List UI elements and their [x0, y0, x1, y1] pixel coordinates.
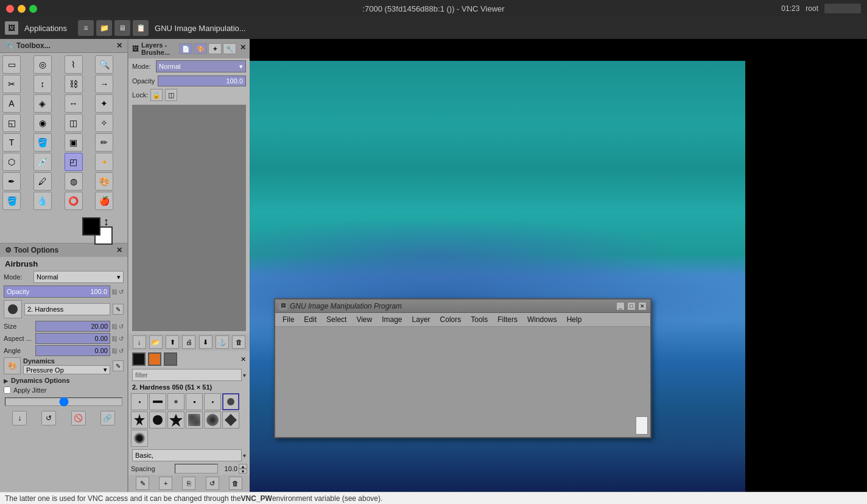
tool-free-select[interactable]: ⌇: [65, 55, 83, 74]
aspect-reset-icon[interactable]: ↺: [119, 335, 124, 342]
orange-swatch[interactable]: [148, 352, 161, 366]
menu-icon-2[interactable]: 📁: [96, 20, 112, 36]
bottom-slider[interactable]: [5, 397, 122, 406]
gimp-menu-edit[interactable]: Edit: [300, 314, 320, 325]
tool-paths[interactable]: ⛓: [65, 75, 83, 93]
opacity-reset-icon[interactable]: ↺: [119, 289, 124, 295]
gimp-menu-filters[interactable]: Filters: [494, 314, 521, 325]
tool-airbrush[interactable]: ◰: [65, 153, 83, 171]
tool-shear[interactable]: ✧: [95, 114, 113, 132]
gray-swatch[interactable]: [164, 352, 177, 366]
gimp-menu-help[interactable]: Help: [563, 314, 586, 325]
tool-foreground-select[interactable]: ↕: [33, 75, 52, 93]
tool-bucket-fill[interactable]: 🪣: [33, 133, 52, 152]
dynamics-edit-button[interactable]: ✎: [113, 360, 124, 371]
tool-dodge-burn[interactable]: 🎨: [95, 172, 113, 191]
size-reset-icon[interactable]: ↺: [119, 323, 124, 330]
tool-heal[interactable]: 🖊: [33, 172, 52, 191]
tool-perspective-clone[interactable]: ◍: [65, 172, 83, 191]
menu-icon-3[interactable]: 🖥: [114, 20, 130, 36]
layers-panel-close-icon[interactable]: ✕: [240, 43, 246, 54]
tool-scale[interactable]: ◫: [65, 114, 83, 132]
tool-fuzzy-select[interactable]: 🔍: [95, 55, 113, 74]
dynamics-dropdown[interactable]: Pressure Op ▾: [23, 365, 110, 374]
lock-position-icon[interactable]: ◫: [165, 89, 177, 101]
tool-scissors[interactable]: ✂: [2, 75, 21, 93]
angle-reset-icon[interactable]: ↺: [119, 348, 124, 354]
gimp-menu-layer[interactable]: Layer: [409, 314, 434, 325]
brush-category-dropdown[interactable]: Basic,: [132, 449, 242, 461]
brush-cell-texture2[interactable]: [204, 411, 221, 429]
brush-filter-arrow-icon[interactable]: ▾: [243, 372, 246, 379]
brush-cell-medium1[interactable]: [222, 393, 239, 410]
preset-refresh-button[interactable]: 🔗: [100, 411, 115, 425]
tool-rotate[interactable]: ◉: [33, 114, 52, 132]
layers-mode-dropdown[interactable]: Normal ▾: [156, 60, 246, 72]
gimp-subwindow-maximize-btn[interactable]: □: [627, 302, 636, 310]
brush-name-display[interactable]: 2. Hardness: [24, 303, 110, 315]
tool-zoom[interactable]: A: [2, 94, 21, 113]
brush-cell-texture1[interactable]: [186, 411, 203, 429]
spacing-stepper[interactable]: ▲ ▼: [239, 464, 247, 474]
window-controls[interactable]: [6, 5, 37, 13]
preset-delete-button[interactable]: 🚫: [71, 411, 86, 425]
gimp-menu-image[interactable]: Image: [378, 314, 405, 325]
print-layer-button[interactable]: 🖨: [182, 335, 195, 349]
size-slider[interactable]: 20.00: [35, 321, 110, 332]
brush-cell-hard1[interactable]: [204, 393, 221, 410]
brush-cell-texture4[interactable]: [131, 430, 148, 447]
brush-edit-btn[interactable]: ✎: [136, 477, 149, 490]
tool-ink[interactable]: 🔸: [95, 153, 113, 171]
brush-cell-splat1[interactable]: [149, 411, 166, 429]
black-swatch[interactable]: [132, 352, 146, 366]
aspect-slider[interactable]: 0.00: [35, 333, 110, 344]
delete-layer-button[interactable]: 🗑: [232, 335, 245, 349]
brush-refresh-btn[interactable]: ↺: [206, 477, 219, 490]
gimp-menu-windows[interactable]: Windows: [524, 314, 561, 325]
maximize-button[interactable]: [29, 5, 37, 13]
menu-icon-1[interactable]: ≡: [78, 20, 94, 36]
tool-options-btn[interactable]: ⭕: [65, 192, 83, 210]
preset-save-button[interactable]: ↓: [12, 411, 27, 425]
layers-opacity-slider[interactable]: 100.0: [158, 75, 246, 86]
brush-cell-large1[interactable]: [131, 411, 148, 429]
swatches-close-icon[interactable]: ✕: [240, 355, 246, 363]
opacity-slider[interactable]: Opacity 100.0: [4, 285, 110, 298]
brush-cell-rect1[interactable]: [149, 393, 166, 410]
new-layer-button[interactable]: ↓: [133, 335, 146, 349]
gimp-subwindow-close-btn[interactable]: ✕: [638, 302, 647, 310]
lock-pixels-icon[interactable]: 🔒: [150, 89, 163, 101]
tool-paintbrush[interactable]: ⬡: [2, 153, 21, 171]
gimp-menu-colors[interactable]: Colors: [437, 314, 465, 325]
fg-color-swatch[interactable]: [82, 217, 100, 236]
tool-extra[interactable]: 🍎: [95, 192, 113, 210]
spacing-down-button[interactable]: ▼: [239, 469, 247, 474]
brush-edit-button[interactable]: ✎: [113, 304, 124, 315]
tool-clone[interactable]: ✒: [2, 172, 21, 191]
tab-tools[interactable]: 🔧: [223, 43, 236, 54]
tab-brushes[interactable]: ✦: [208, 43, 222, 54]
angle-slider[interactable]: 0.00: [35, 345, 110, 356]
brush-new-btn[interactable]: +: [159, 477, 172, 490]
tool-pencil[interactable]: ✏: [95, 133, 113, 152]
brush-cell-texture3[interactable]: [222, 411, 239, 429]
raise-layer-button[interactable]: ⬆: [166, 335, 179, 349]
open-layer-button[interactable]: 📂: [149, 335, 163, 349]
brush-cell-dot1[interactable]: [131, 393, 148, 410]
lower-layer-button[interactable]: ⬇: [199, 335, 212, 349]
apply-jitter-checkbox[interactable]: [4, 387, 11, 394]
tool-move[interactable]: ↔: [65, 94, 83, 113]
menu-icon-4[interactable]: 📋: [133, 20, 149, 36]
tool-ellipse-select[interactable]: ◎: [33, 55, 52, 74]
anchor-layer-button[interactable]: ⚓: [216, 335, 229, 349]
gimp-subwindow-controls[interactable]: _ □ ✕: [616, 302, 647, 310]
gimp-menu-view[interactable]: View: [353, 314, 376, 325]
brush-delete-btn[interactable]: 🗑: [229, 477, 242, 490]
brush-cell-dot2[interactable]: [186, 393, 203, 410]
brush-cell-star1[interactable]: [167, 411, 184, 429]
tool-smudge[interactable]: 🪣: [2, 192, 21, 210]
tool-blend[interactable]: ▣: [65, 133, 83, 152]
tool-color-picker[interactable]: →: [95, 75, 113, 93]
tool-measure[interactable]: ◈: [33, 94, 52, 113]
gimp-subwindow-minimize-btn[interactable]: _: [616, 302, 625, 310]
